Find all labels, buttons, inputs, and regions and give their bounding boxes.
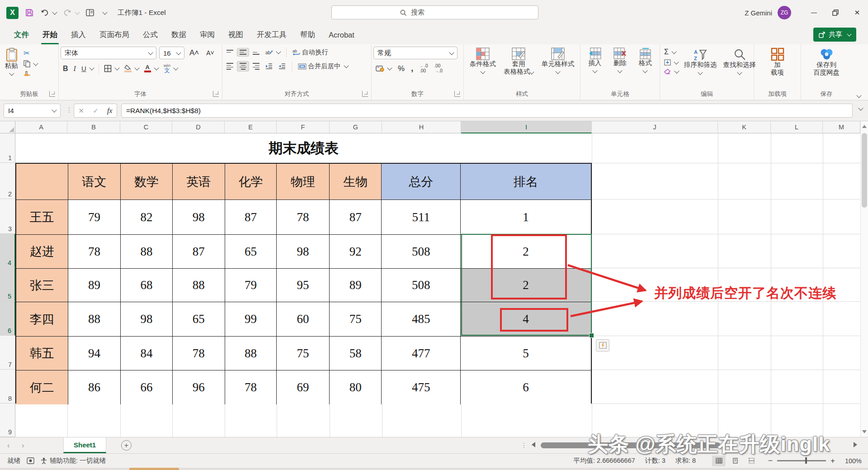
- cell-B6[interactable]: 88: [68, 302, 121, 337]
- formula-bar-drag-dots[interactable]: ⋮: [66, 106, 72, 114]
- copy-button[interactable]: [21, 59, 40, 69]
- share-button[interactable]: 共享: [813, 28, 856, 42]
- formula-input[interactable]: =RANK(H4,$H$3:$H$8): [121, 104, 853, 118]
- ribbon-tab-file[interactable]: 文件: [7, 25, 36, 44]
- row-header-8[interactable]: 8: [0, 370, 15, 404]
- close-button[interactable]: ✕: [846, 0, 868, 25]
- column-header-K[interactable]: K: [718, 121, 771, 133]
- cell-H3[interactable]: 511: [382, 200, 460, 235]
- column-header-L[interactable]: L: [771, 121, 823, 133]
- addins-button[interactable]: 加载项: [767, 47, 788, 77]
- align-left-button[interactable]: [224, 62, 236, 71]
- ribbon-tab-page-layout[interactable]: 页面布局: [93, 25, 136, 44]
- minimize-button[interactable]: [803, 0, 825, 25]
- italic-button[interactable]: I: [71, 63, 78, 74]
- find-select-button[interactable]: 查找和选择: [720, 47, 760, 75]
- cell-B4[interactable]: 78: [68, 235, 121, 269]
- autosum-button[interactable]: Σ: [662, 47, 681, 57]
- excel-logo-icon[interactable]: X: [6, 7, 19, 19]
- cell-H6[interactable]: 485: [382, 302, 460, 337]
- cell-F6[interactable]: 60: [277, 302, 330, 337]
- align-top-button[interactable]: [224, 48, 236, 56]
- column-header-H[interactable]: H: [382, 121, 461, 133]
- cell-D3[interactable]: 98: [173, 200, 225, 235]
- cell-D5[interactable]: 88: [173, 269, 225, 302]
- cell-G7[interactable]: 58: [330, 337, 382, 370]
- cell-F8[interactable]: 69: [277, 370, 330, 404]
- cell-I7[interactable]: 5: [461, 337, 591, 370]
- scroll-up-icon[interactable]: [862, 125, 867, 128]
- sort-filter-button[interactable]: A Z 排序和筛选: [681, 47, 720, 75]
- zoom-slider[interactable]: [777, 460, 826, 461]
- format-painter-button[interactable]: [21, 69, 40, 78]
- cell-A2[interactable]: [16, 164, 68, 200]
- fill-button[interactable]: [662, 58, 681, 67]
- column-header-M[interactable]: M: [823, 121, 860, 133]
- paste-button[interactable]: 粘贴: [2, 47, 21, 76]
- vertical-scroll-thumb[interactable]: [862, 133, 867, 208]
- cell-E5[interactable]: 79: [225, 269, 277, 302]
- cell-A5[interactable]: 张三: [16, 269, 68, 302]
- decrease-indent-button[interactable]: [263, 62, 275, 71]
- cell-D7[interactable]: 78: [173, 337, 225, 370]
- increase-indent-button[interactable]: [276, 62, 288, 71]
- cell-A1-title[interactable]: 期末成绩表: [15, 133, 592, 163]
- cell-I6[interactable]: 4: [461, 302, 591, 337]
- insert-function-icon[interactable]: fx: [107, 107, 113, 115]
- phonetic-guide-button[interactable]: wén 文: [161, 62, 180, 75]
- ribbon-tab-formulas[interactable]: 公式: [136, 25, 165, 44]
- cell-E2[interactable]: 化学: [225, 164, 277, 200]
- fill-color-button[interactable]: [122, 63, 141, 74]
- enter-formula-icon[interactable]: ✓: [93, 107, 99, 115]
- conditional-formatting-button[interactable]: 条件格式: [467, 47, 499, 74]
- increase-decimal-button[interactable]: ←.0.00: [417, 62, 430, 75]
- cell-G5[interactable]: 89: [330, 269, 382, 302]
- cell-F2[interactable]: 物理: [277, 164, 330, 200]
- cell-G6[interactable]: 75: [330, 302, 382, 337]
- prev-sheet-icon[interactable]: ‹: [7, 442, 9, 450]
- cell-G2[interactable]: 生物: [330, 164, 382, 200]
- cell-H8[interactable]: 475: [382, 370, 460, 404]
- cell-G4[interactable]: 92: [330, 235, 382, 269]
- cell-E6[interactable]: 99: [225, 302, 277, 337]
- cell-D4[interactable]: 87: [173, 235, 225, 269]
- zoom-in-button[interactable]: +: [830, 456, 835, 465]
- cell-I3[interactable]: 1: [461, 200, 591, 235]
- cell-B3[interactable]: 79: [68, 200, 121, 235]
- font-name-select[interactable]: 宋体: [61, 47, 156, 59]
- column-header-G[interactable]: G: [330, 121, 382, 133]
- row-header-5[interactable]: 5: [0, 268, 15, 301]
- borders-button[interactable]: [102, 63, 121, 74]
- delete-cells-button[interactable]: 删除: [610, 47, 630, 73]
- restore-button[interactable]: [825, 0, 846, 25]
- font-size-select[interactable]: 16: [159, 47, 184, 59]
- cell-C7[interactable]: 84: [121, 337, 173, 370]
- ribbon-tab-insert[interactable]: 插入: [64, 25, 93, 44]
- cell-B5[interactable]: 89: [68, 269, 121, 302]
- search-input[interactable]: 搜索: [331, 5, 538, 19]
- row-header-4[interactable]: 4: [0, 234, 15, 268]
- cell-C3[interactable]: 82: [121, 200, 173, 235]
- column-header-D[interactable]: D: [172, 121, 225, 133]
- cell-A6[interactable]: 李四: [16, 302, 68, 337]
- column-header-B[interactable]: B: [67, 121, 120, 133]
- ribbon-tab-acrobat[interactable]: Acrobat: [322, 25, 361, 44]
- cell-G3[interactable]: 87: [330, 200, 382, 235]
- cancel-formula-icon[interactable]: ✕: [79, 107, 85, 115]
- decrease-font-button[interactable]: A˅: [204, 48, 217, 58]
- cell-H5[interactable]: 508: [382, 269, 460, 302]
- cell-I4[interactable]: 2: [461, 235, 591, 269]
- save-button[interactable]: [25, 8, 34, 17]
- cell-A3[interactable]: 王五: [16, 200, 68, 235]
- cell-A7[interactable]: 韩五: [16, 337, 68, 370]
- accessibility-status[interactable]: 辅助功能: 一切就绪: [41, 456, 106, 465]
- column-header-C[interactable]: C: [120, 121, 172, 133]
- row-header-6[interactable]: 6: [0, 301, 15, 336]
- clear-button[interactable]: [662, 67, 681, 76]
- macro-record-icon[interactable]: [27, 457, 34, 464]
- underline-button[interactable]: U: [79, 63, 96, 74]
- avatar[interactable]: ZG: [778, 6, 791, 19]
- wrap-text-button[interactable]: ab 自动换行: [290, 47, 330, 58]
- orientation-button[interactable]: ab: [263, 47, 283, 57]
- cell-B7[interactable]: 94: [68, 337, 121, 370]
